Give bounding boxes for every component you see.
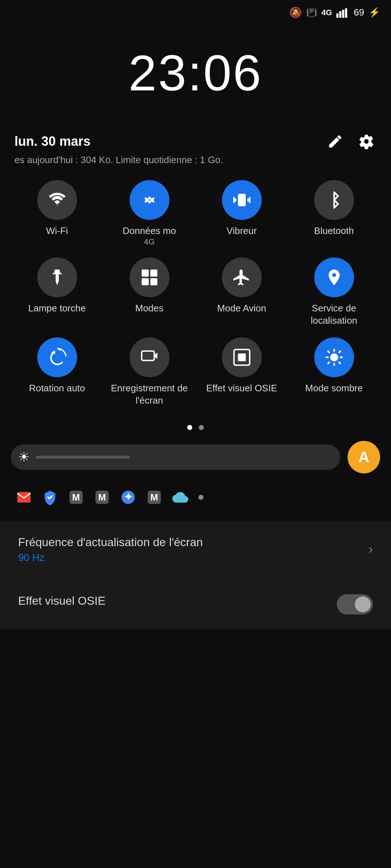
wifi-icon (48, 191, 67, 209)
cloud-notif-icon (171, 488, 190, 507)
star-notif-icon: ✦ (119, 488, 138, 507)
svg-text:M: M (98, 492, 106, 502)
osie-effect-toggle-switch[interactable] (337, 594, 373, 614)
date-header: lun. 30 mars (0, 131, 391, 154)
notification-icons-row: M M ✦ M (0, 488, 391, 507)
rotation-label: Rotation auto (29, 382, 85, 395)
svg-text:M: M (150, 492, 158, 502)
toggle-row-2: Lampe torche Modes Mode Avion (11, 258, 380, 327)
svg-text:M: M (72, 492, 80, 502)
svg-rect-4 (238, 194, 246, 207)
screen-record-circle (130, 337, 169, 377)
svg-rect-3 (345, 8, 347, 18)
screen-record-toggle[interactable]: Enregistrement de l'écran (110, 337, 189, 407)
page-indicator (0, 425, 391, 430)
vibrate-icon (232, 191, 251, 209)
page-dot-2 (199, 425, 204, 430)
svg-point-13 (330, 354, 338, 362)
location-toggle[interactable]: Service de localisation (294, 258, 374, 327)
more-notifications-dot (198, 495, 203, 500)
silent-icon: 🔕 (289, 7, 302, 18)
wifi-circle (37, 180, 77, 220)
osie-circle (222, 337, 262, 377)
security-notif-icon (41, 488, 59, 507)
rotation-toggle[interactable]: Rotation auto (17, 337, 97, 407)
battery-charging-icon: ⚡ (369, 7, 380, 18)
vibrate-toggle[interactable]: Vibreur (202, 180, 282, 247)
brightness-fill (35, 456, 130, 459)
location-icon (325, 268, 344, 287)
bluetooth-icon (325, 191, 344, 209)
airplane-icon (232, 268, 251, 287)
flashlight-toggle[interactable]: Lampe torche (17, 258, 97, 327)
m-icon-2: M (94, 489, 110, 505)
toggle-row-1: Wi-Fi Données mo 4G Vibreur (11, 180, 380, 247)
bluetooth-label: Bluetooth (314, 225, 354, 237)
screen-record-label: Enregistrement de l'écran (110, 382, 189, 407)
m-icon-3: M (146, 489, 162, 505)
flashlight-icon (48, 268, 67, 287)
osie-toggle[interactable]: Effet visuel OSIE (202, 337, 282, 407)
status-bar: 🔕 📳 4G 69 ⚡ (0, 0, 391, 22)
dark-mode-toggle[interactable]: Mode sombre (294, 337, 374, 407)
app-m-notif-icon-2: M (93, 488, 112, 507)
settings-button[interactable] (356, 131, 377, 152)
airplane-toggle[interactable]: Mode Avion (202, 258, 282, 327)
date-label: lun. 30 mars (14, 134, 91, 149)
modes-circle (130, 258, 169, 297)
page-dot-1 (187, 425, 192, 430)
quick-toggles-panel: Wi-Fi Données mo 4G Vibreur (0, 176, 391, 421)
brightness-slider[interactable]: ☀ (11, 444, 340, 470)
app-m-notif-icon-1: M (67, 488, 85, 507)
svg-rect-2 (342, 10, 344, 18)
bluetooth-toggle[interactable]: Bluetooth (294, 180, 374, 247)
rotation-icon (48, 348, 67, 367)
dark-mode-icon (325, 348, 344, 367)
screen-refresh-title: Fréquence d'actualisation de l'écran (18, 536, 203, 549)
rotation-circle (37, 337, 77, 377)
location-circle (314, 258, 354, 297)
user-avatar[interactable]: A (348, 441, 380, 473)
app-m-notif-icon-3: M (145, 488, 164, 507)
edit-button[interactable] (325, 131, 345, 152)
network-4g-icon: 4G (321, 8, 332, 17)
svg-rect-10 (142, 351, 154, 361)
modes-label: Modes (135, 302, 163, 315)
osie-effect-item[interactable]: Effet visuel OSIE (0, 578, 391, 629)
edit-icon (327, 133, 343, 149)
mobile-data-sublabel: 4G (144, 237, 155, 247)
flashlight-label: Lampe torche (28, 302, 86, 315)
osie-icon (232, 348, 251, 367)
gear-icon (358, 133, 374, 149)
modes-toggle[interactable]: Modes (110, 258, 189, 327)
flashlight-circle (37, 258, 77, 297)
brightness-row: ☀ A (0, 441, 391, 473)
gmail-notif-icon (14, 488, 33, 507)
gmail-icon (16, 489, 32, 505)
screen-refresh-rate-item[interactable]: Fréquence d'actualisation de l'écran 90 … (0, 521, 391, 578)
shield-icon (42, 489, 58, 505)
mobile-data-label: Données mo (123, 225, 176, 237)
toggle-row-3: Rotation auto Enregistrement de l'écran … (11, 337, 380, 407)
screen-record-icon (140, 348, 159, 367)
mobile-data-toggle[interactable]: Données mo 4G (110, 180, 189, 247)
airplane-circle (222, 258, 262, 297)
svg-rect-0 (336, 13, 339, 18)
bluetooth-circle (314, 180, 354, 220)
battery-level: 69 (354, 7, 364, 18)
clock-section: 23:06 (0, 22, 391, 131)
location-label: Service de localisation (294, 302, 374, 327)
svg-rect-8 (150, 278, 157, 285)
clock-time: 23:06 (129, 44, 262, 102)
svg-rect-14 (17, 492, 31, 502)
vibrate-label: Vibreur (227, 225, 257, 237)
mobile-data-circle (130, 180, 169, 220)
wifi-toggle[interactable]: Wi-Fi (17, 180, 97, 247)
svg-rect-5 (142, 269, 149, 277)
svg-rect-12 (238, 354, 246, 362)
osie-effect-title: Effet visuel OSIE (18, 594, 105, 608)
vibrate-circle (222, 180, 262, 220)
airplane-label: Mode Avion (217, 302, 266, 315)
chevron-right-icon: › (369, 542, 373, 557)
vibrate-status-icon: 📳 (306, 8, 317, 18)
